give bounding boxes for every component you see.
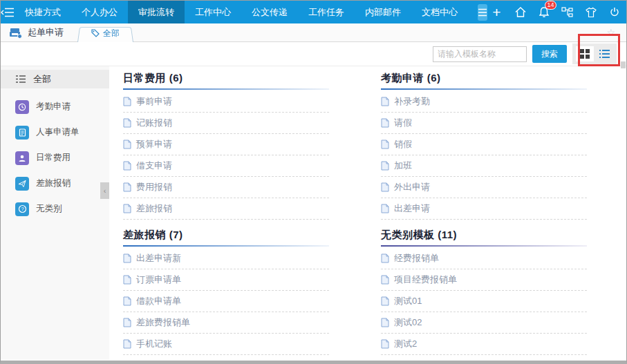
favorite-star-icon[interactable]: ☆ xyxy=(606,27,615,38)
template-name: 出差申请 xyxy=(394,202,430,215)
section-heading: 日常费用 (6) xyxy=(123,72,329,88)
template-name: 手机记账 xyxy=(136,338,172,350)
sidebar-item-label: 考勤申请 xyxy=(36,101,71,113)
template-name: 费用报销 xyxy=(136,181,172,193)
more-menu-button[interactable] xyxy=(478,4,487,21)
menu-item-personal-office[interactable]: 个人办公 xyxy=(71,1,128,23)
sidebar-item-uncategorized[interactable]: ? 无类别 xyxy=(1,202,109,216)
template-link[interactable]: 手机记账 xyxy=(123,334,329,355)
category-sidebar: 全部 考勤申请 人事申请单 日常费用 xyxy=(1,66,109,360)
template-name: 经费报销单 xyxy=(394,252,439,265)
file-icon xyxy=(381,296,389,306)
page-title: 起单申请 xyxy=(28,26,64,39)
template-link[interactable]: 借支申请 xyxy=(123,155,329,177)
template-link[interactable]: 补录考勤 xyxy=(381,91,587,113)
home-button[interactable] xyxy=(511,3,530,21)
template-name: word文档审批单 xyxy=(394,359,458,360)
section-underline xyxy=(123,245,329,247)
file-icon xyxy=(381,275,389,285)
template-link[interactable]: 项目经费报销单 xyxy=(381,269,587,291)
template-link[interactable]: 销假 xyxy=(381,134,587,155)
template-link[interactable]: 差旅费报销单 xyxy=(123,312,329,334)
list-view-icon xyxy=(599,50,610,58)
sidebar-item-travel-reimburse[interactable]: 差旅报销 xyxy=(1,176,109,191)
template-name: 预算申请 xyxy=(136,138,172,151)
sidebar-item-hr-request[interactable]: 人事申请单 xyxy=(1,125,109,140)
template-name: 借支申请 xyxy=(136,160,172,172)
file-icon xyxy=(381,97,389,106)
sidebar-item-label: 人事申请单 xyxy=(36,126,79,138)
file-icon xyxy=(381,318,389,327)
menu-item-approval-flow[interactable]: 审批流转 xyxy=(128,1,185,23)
template-link[interactable]: 请假 xyxy=(381,113,587,134)
template-link[interactable]: 经费报销单 xyxy=(381,248,587,269)
menu-item-internal-mail[interactable]: 内部邮件 xyxy=(355,1,411,23)
list-icon xyxy=(16,75,26,83)
template-link[interactable]: 借款申请单 xyxy=(123,291,329,312)
template-link[interactable]: 订票申请单 xyxy=(123,269,329,291)
notifications-button[interactable]: 14 xyxy=(534,3,553,21)
tag-icon xyxy=(91,29,100,37)
menu-item-work-tasks[interactable]: 工作任务 xyxy=(298,1,355,23)
template-link[interactable]: 差旅报销 xyxy=(123,198,329,220)
template-link[interactable]: 记账报销 xyxy=(123,113,329,134)
file-icon xyxy=(123,140,131,149)
section-daily-expense: 日常费用 (6) 事前申请 记账报销 预算申请 xyxy=(123,72,329,220)
logout-button[interactable] xyxy=(605,3,624,21)
template-link[interactable]: 测试01 xyxy=(381,291,587,312)
template-link[interactable]: 测试2 xyxy=(381,334,587,355)
template-name: 订票申请单 xyxy=(136,274,181,286)
view-toggle-group xyxy=(572,44,617,64)
menu-item-document-center[interactable]: 文档中心 xyxy=(411,1,468,23)
start-request-icon xyxy=(9,27,22,39)
sidebar-item-attendance[interactable]: 考勤申请 xyxy=(1,99,109,114)
template-name: 销假 xyxy=(394,138,412,151)
notification-badge: 14 xyxy=(545,1,556,10)
template-search-input[interactable] xyxy=(433,46,527,62)
sidebar-collapse-handle[interactable]: ‹ xyxy=(100,182,109,199)
template-list-area: 日常费用 (6) 事前申请 记账报销 预算申请 xyxy=(109,66,626,360)
scrollbar-thumb[interactable] xyxy=(621,61,626,68)
section-heading: 无类别模板 (11) xyxy=(381,229,587,245)
section-heading: 考勤申请 (6) xyxy=(381,72,587,88)
tab-all[interactable]: 全部 xyxy=(80,25,131,41)
template-name: 采购订单 xyxy=(136,359,172,360)
section-attendance: 考勤申请 (6) 补录考勤 请假 销假 xyxy=(381,72,587,220)
template-link[interactable]: 出差申请 xyxy=(381,198,587,220)
template-link[interactable]: word文档审批单 xyxy=(381,355,587,360)
template-link[interactable]: 预算申请 xyxy=(123,134,329,155)
file-icon xyxy=(381,161,389,171)
template-name: 借款申请单 xyxy=(136,295,181,307)
person-icon xyxy=(15,151,29,165)
template-link[interactable]: 出差申请新 xyxy=(123,248,329,269)
sidebar-item-label: 差旅报销 xyxy=(36,178,71,189)
template-name: 项目经费报销单 xyxy=(394,274,457,286)
sidebar-item-daily-expense[interactable]: 日常费用 xyxy=(1,151,109,165)
search-button[interactable]: 搜索 xyxy=(532,45,567,63)
template-link[interactable]: 采购订单 xyxy=(123,355,329,360)
file-icon xyxy=(123,118,131,128)
sidebar-item-all[interactable]: 全部 xyxy=(1,70,109,88)
template-name: 测试2 xyxy=(394,338,417,350)
template-link[interactable]: 事前申请 xyxy=(123,91,329,113)
grid-view-button[interactable] xyxy=(576,46,594,61)
add-button[interactable]: + xyxy=(487,3,506,21)
template-name: 差旅报销 xyxy=(136,202,172,215)
file-icon xyxy=(381,140,389,149)
template-name: 差旅费报销单 xyxy=(136,316,190,329)
template-name: 测试01 xyxy=(394,295,422,307)
theme-skin-button[interactable] xyxy=(581,3,600,21)
template-link[interactable]: 加班 xyxy=(381,155,587,177)
org-structure-button[interactable] xyxy=(558,3,577,21)
template-link[interactable]: 费用报销 xyxy=(123,177,329,198)
template-name: 测试02 xyxy=(394,316,422,329)
menu-item-document-delivery[interactable]: 公文传递 xyxy=(241,1,298,23)
template-name: 外出申请 xyxy=(394,181,430,193)
menu-item-work-center[interactable]: 工作中心 xyxy=(185,1,241,23)
template-link[interactable]: 外出申请 xyxy=(381,177,587,198)
collapse-menu-button[interactable] xyxy=(1,1,15,23)
menu-item-shortcuts[interactable]: 快捷方式 xyxy=(15,1,71,23)
template-link[interactable]: 测试02 xyxy=(381,312,587,334)
search-toolbar: 搜索 xyxy=(1,42,626,66)
list-view-button[interactable] xyxy=(595,46,613,61)
